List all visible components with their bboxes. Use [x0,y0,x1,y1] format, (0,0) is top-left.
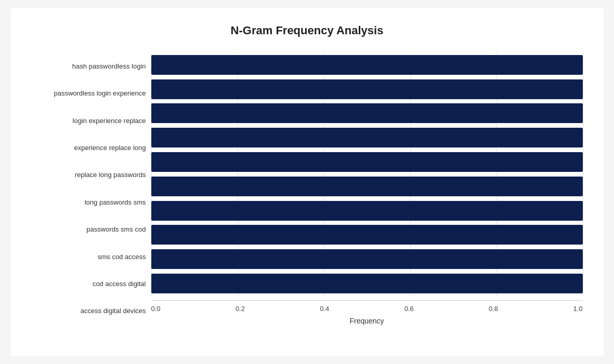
bar [151,79,583,99]
bar [151,152,583,172]
y-label: cod access digital [32,280,146,288]
y-label: sms cod access [32,253,146,261]
y-label: replace long passwords [32,171,146,179]
grid-line [583,53,583,296]
bar [151,128,583,147]
bars-and-x: 0.00.20.40.60.81.0 Frequency [151,53,583,325]
bar-row [151,201,583,221]
bar [151,55,583,75]
bars-area: hash passwordless loginpasswordless logi… [32,53,583,325]
bar-row [151,79,583,99]
y-label: passwords sms cod [32,225,146,234]
bar-row [151,274,583,293]
bar-row [151,249,583,269]
bar [151,201,583,221]
bar-row [151,55,583,75]
bar [151,177,583,196]
x-tick: 0.0 [151,305,161,313]
y-label: access digital devices [32,307,146,315]
x-tick: 0.2 [236,305,245,313]
bar [151,225,583,245]
bar-row [151,177,583,196]
x-tick: 0.4 [320,305,329,313]
bar [151,103,583,123]
chart-body: hash passwordless loginpasswordless logi… [32,53,583,325]
x-axis-label: Frequency [151,317,583,325]
bar-row [151,103,583,123]
x-tick: 1.0 [573,305,582,313]
y-label: hash passwordless login [32,62,146,71]
y-label: login experience replace [32,117,146,125]
y-labels: hash passwordless loginpasswordless logi… [32,53,151,325]
y-label: long passwords sms [32,198,146,207]
bar [151,274,583,293]
bar-row [151,128,583,147]
bar-row [151,225,583,245]
x-axis: 0.00.20.40.60.81.0 [151,300,583,313]
bar-row [151,152,583,172]
y-label: experience replace long [32,144,146,152]
chart-title: N-Gram Frequency Analysis [32,24,583,37]
x-tick: 0.6 [404,305,414,313]
bar [151,249,583,269]
y-label: passwordless login experience [32,89,146,98]
bars-section [151,53,583,296]
chart-container: N-Gram Frequency Analysis hash passwordl… [11,8,604,356]
x-tick: 0.8 [489,305,498,313]
